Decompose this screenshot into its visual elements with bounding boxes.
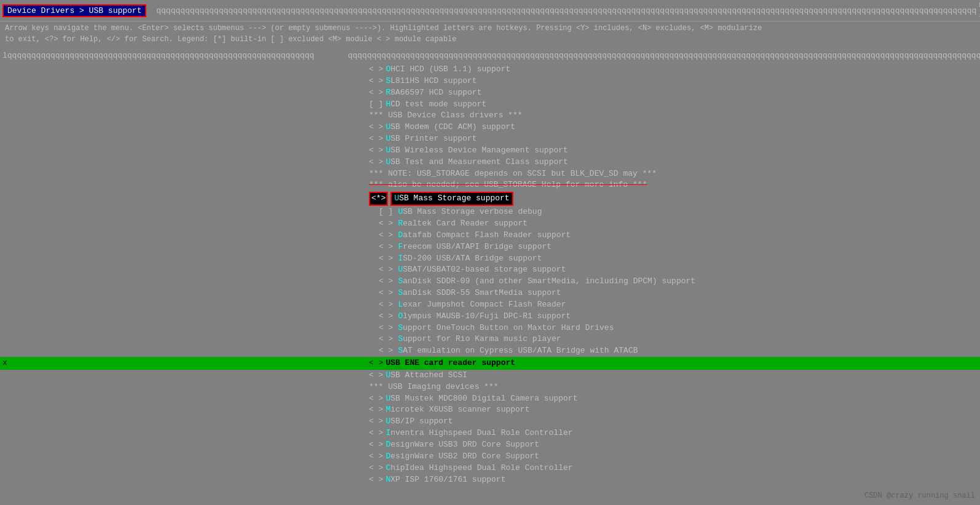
list-item: x < > USB Wireless Device Management sup… — [0, 145, 980, 157]
top-border-fill: qqqqqqqqqqqqqqqqqqqqqqqqqqqqqqqqqqqqqqqq… — [151, 6, 976, 15]
spacer-col — [12, 110, 369, 122]
bracket: < > — [379, 264, 393, 276]
spacer-col — [12, 64, 369, 76]
item-text[interactable]: SAT emulation on Cypress USB/ATA Bridge … — [398, 345, 638, 357]
spacer-col — [12, 276, 369, 288]
x-marker: x — [2, 230, 12, 241]
item-text[interactable]: USB Wireless Device Management support — [385, 145, 567, 157]
x-marker: x — [2, 345, 12, 357]
list-item: x < > USB Modem (CDC ACM) support — [0, 122, 980, 133]
spacer-col — [12, 145, 369, 157]
bracket: < > — [379, 334, 393, 345]
x-marker: x — [2, 323, 12, 334]
item-text[interactable]: ChipIdea Highspeed Dual Role Controller — [385, 463, 572, 474]
item-text[interactable]: NXP ISP 1760/1761 support — [385, 474, 505, 486]
item-text[interactable]: Inventra Highspeed Dual Role Controller — [385, 428, 572, 439]
spacer-col — [12, 382, 369, 393]
list-item: x < > DesignWare USB3 DRD Core Support — [0, 439, 980, 451]
selected-item-text[interactable]: USB ENE card reader support — [385, 358, 515, 369]
item-text[interactable]: SanDisk SDDR-55 SmartMedia support — [398, 288, 561, 299]
list-item: x < > Lexar Jumpshot Compact Flash Reade… — [0, 299, 980, 311]
spacer-col — [12, 122, 369, 133]
bracket: < > — [369, 451, 383, 463]
list-item: x < > SL811HS HCD support — [0, 76, 980, 87]
x-marker: x — [2, 253, 12, 265]
item-text[interactable]: USB Attached SCSI — [385, 370, 467, 382]
item-text[interactable]: SanDisk SDDR-09 (and other SmartMedia, i… — [398, 276, 695, 288]
list-item: x [ ] USB Mass Storage verbose debug — [0, 206, 980, 218]
item-text[interactable]: Microtek X6USB scanner support — [385, 404, 529, 416]
item-text[interactable]: R8A66597 HCD support — [385, 87, 481, 99]
item-text[interactable]: USBAT/USBAT02-based storage support — [398, 264, 566, 276]
item-text[interactable]: Datafab Compact Flash Reader support — [398, 230, 571, 241]
item-text[interactable]: USB Test and Measurement Class support — [385, 157, 567, 168]
list-item: x < > USB Mustek MDC800 Digital Camera s… — [0, 393, 980, 405]
bracket: < > — [369, 76, 383, 87]
x-marker: x — [2, 474, 12, 486]
x-marker: x — [2, 133, 12, 145]
x-marker: x — [2, 299, 12, 311]
spacer-col — [12, 87, 369, 99]
item-text[interactable]: HCD test mode support — [385, 99, 486, 111]
item-text[interactable]: USB/IP support — [385, 416, 452, 428]
x-marker: x — [2, 311, 12, 323]
x-marker: x — [2, 439, 12, 451]
x-marker: x — [2, 76, 12, 87]
spacer-col — [12, 133, 369, 145]
x-marker: x — [2, 451, 12, 463]
spacer-col — [12, 157, 369, 168]
spacer-col — [12, 168, 369, 180]
spacer-col — [12, 428, 369, 439]
item-text[interactable]: USB Mustek MDC800 Digital Camera support — [385, 393, 577, 405]
list-item: x < > USBAT/USBAT02-based storage suppor… — [0, 264, 980, 276]
spacer-col — [12, 76, 369, 87]
item-text[interactable]: Lexar Jumpshot Compact Flash Reader — [398, 299, 566, 311]
item-text[interactable]: Support for Rio Karma music player — [398, 334, 561, 345]
item-text[interactable]: OHCI HCD (USB 1.1) support — [385, 64, 510, 76]
item-text[interactable]: USB Mass Storage verbose debug — [398, 206, 542, 218]
outlined-text[interactable]: USB Mass Storage support — [390, 192, 513, 206]
list-item: x < > Support for Rio Karma music player — [0, 334, 980, 345]
spacer-col — [12, 241, 369, 253]
usb-ene-selected-item[interactable]: x < > USB ENE card reader support — [0, 357, 980, 370]
outlined-bracket: <*> — [369, 192, 388, 206]
help-line2: to exit, <?> for Help, </> for Search. L… — [5, 34, 975, 45]
bracket: < > — [379, 241, 393, 253]
usb-mass-storage-item[interactable]: x <*> USB Mass Storage support — [0, 192, 980, 206]
item-text[interactable]: DesignWare USB3 DRD Core Support — [385, 439, 539, 451]
item-text[interactable]: Support OneTouch Button on Maxtor Hard D… — [398, 323, 614, 334]
breadcrumb[interactable]: Device Drivers > USB support — [2, 4, 146, 17]
spacer-col — [12, 404, 369, 416]
list-item: x < > Freecom USB/ATAPI Bridge support — [0, 241, 980, 253]
item-text[interactable]: DesignWare USB2 DRD Core Support — [385, 451, 539, 463]
list-item: x < > NXP ISP 1760/1761 support — [0, 474, 980, 486]
item-text[interactable]: Freecom USB/ATAPI Bridge support — [398, 241, 551, 253]
bracket: < > — [369, 404, 383, 416]
list-item: x < > Support OneTouch Button on Maxtor … — [0, 323, 980, 334]
bracket: < > — [369, 122, 383, 133]
spacer-col — [12, 451, 369, 463]
bracket: [ ] — [369, 99, 383, 111]
spacer-col — [12, 99, 369, 111]
bracket: < > — [369, 87, 383, 99]
item-text[interactable]: Olympus MAUSB-10/Fuji DPC-R1 support — [398, 311, 571, 323]
spacer-col — [12, 416, 369, 428]
comment-text: *** USB Device Class drivers *** — [369, 110, 523, 122]
item-text[interactable]: USB Printer support — [385, 133, 476, 145]
x-marker: x — [2, 145, 12, 157]
bracket: < > — [369, 463, 383, 474]
item-text[interactable]: Realtek Card Reader support — [398, 218, 528, 230]
bracket: < > — [369, 428, 383, 439]
bracket: < > — [379, 288, 393, 299]
x-marker: x — [2, 334, 12, 345]
list-item: x < > SanDisk SDDR-55 SmartMedia support — [0, 288, 980, 299]
item-text[interactable]: SL811HS HCD support — [385, 76, 476, 87]
help-line1: Arrow keys navigate the menu. <Enter> se… — [5, 23, 975, 34]
list-item: x < > Datafab Compact Flash Reader suppo… — [0, 230, 980, 241]
bracket: < > — [369, 393, 383, 405]
bracket: < > — [369, 157, 383, 168]
list-item: x *** also be needed; see USB_STORAGE He… — [0, 179, 980, 191]
x-marker: x — [2, 206, 12, 218]
item-text[interactable]: ISD-200 USB/ATA Bridge support — [398, 253, 542, 265]
item-text[interactable]: USB Modem (CDC ACM) support — [385, 122, 515, 133]
